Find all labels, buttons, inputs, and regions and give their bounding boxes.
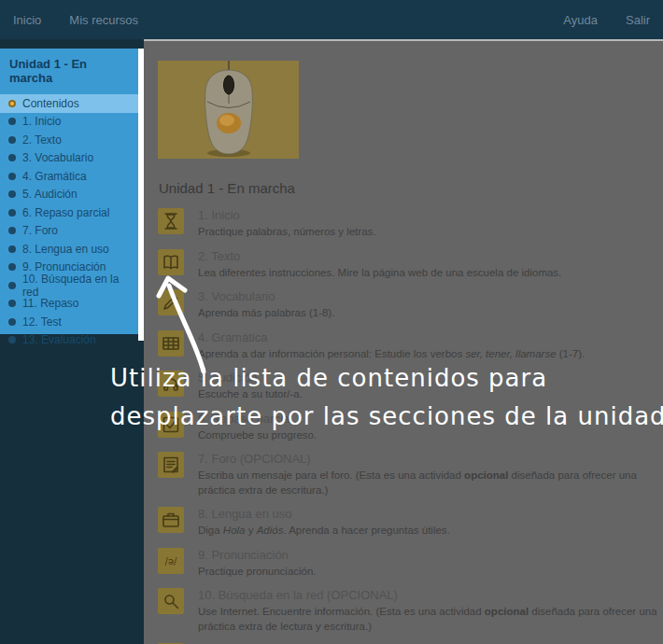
sidebar-item-3-vocabulario[interactable]: 3. Vocabulario (0, 149, 138, 168)
sidebar-item-13-evaluacion[interactable]: 13. Evaluación (0, 331, 138, 350)
bullet-icon (8, 154, 16, 161)
section-desc: Practique pronunciación. (198, 565, 317, 580)
phonetics-icon[interactable]: /ə/ (158, 548, 184, 574)
sidebar-item-2-texto[interactable]: 2. Texto (0, 131, 138, 149)
table-icon[interactable] (158, 330, 184, 357)
section-title[interactable]: 10. Búsqueda en la red (OPCIONAL) (198, 588, 663, 602)
bullet-icon (8, 209, 16, 217)
hourglass-icon[interactable] (158, 208, 184, 234)
section-desc: Lea diferentes instrucciones. Mire la pá… (198, 266, 561, 281)
section-title[interactable]: 7. Foro (OPCIONAL) (198, 452, 663, 466)
section-desc: Diga Hola y Adiós. Aprenda a hacer pregu… (198, 524, 450, 539)
svg-text:/ə/: /ə/ (165, 555, 178, 566)
section-row: 10. Búsqueda en la red (OPCIONAL) Use In… (158, 588, 663, 634)
sidebar-item-8-lengua-en-uso[interactable]: 8. Lengua en uso (0, 240, 138, 259)
nav-item-inicio[interactable]: Inicio (13, 13, 41, 27)
section-row: 8. Lengua en uso Diga Hola y Adiós. Apre… (158, 507, 663, 539)
search-icon[interactable] (158, 588, 184, 614)
section-title[interactable]: 8. Lengua en uso (198, 507, 450, 521)
section-desc: Use Internet. Encuentre información. (Es… (198, 605, 663, 634)
suitcase-icon[interactable] (158, 507, 184, 533)
nav-right-group: Ayuda Salir (535, 13, 650, 27)
nav-item-salir[interactable]: Salir (626, 13, 650, 27)
nav-item-ayuda[interactable]: Ayuda (563, 13, 598, 27)
tutorial-hint-line-1: Utiliza la lista de contenidos para (110, 364, 547, 392)
section-title[interactable]: 1. Inicio (198, 208, 375, 222)
bullet-icon (8, 227, 16, 234)
bullet-icon (8, 136, 16, 144)
bullet-icon (8, 245, 16, 253)
sidebar-item-6-repaso-parcial[interactable]: 6. Repaso parcial (0, 203, 138, 222)
bullet-icon (8, 336, 16, 343)
section-title[interactable]: 3. Vocabulario (198, 289, 334, 303)
highlight-border (138, 49, 144, 341)
tutorial-hint-line-2: desplazarte por las secciones de la unid… (110, 402, 663, 430)
section-desc: Aprenda más palabras (1-8). (198, 306, 334, 321)
bullet-icon (8, 173, 16, 180)
sidebar-item-1-inicio[interactable]: 1. Inicio (0, 113, 138, 132)
section-row: 2. Texto Lea diferentes instrucciones. M… (158, 249, 663, 281)
bullet-icon (8, 190, 16, 198)
section-title[interactable]: 9. Pronunciación (198, 548, 317, 562)
bullet-icon (8, 263, 16, 271)
forum-message-icon[interactable] (158, 452, 184, 478)
mouse-photo (158, 61, 299, 159)
section-row: 7. Foro (OPCIONAL) Escriba un mensaje pa… (158, 452, 663, 497)
section-row: 3. Vocabulario Aprenda más palabras (1-8… (158, 289, 663, 321)
sidebar-item-12-test[interactable]: 12. Test (0, 313, 138, 331)
contents-sidebar: Unidad 1 - En marcha Contenidos 1. Inici… (0, 49, 138, 334)
bullet-icon (8, 118, 16, 125)
section-title[interactable]: 2. Texto (198, 249, 561, 263)
sidebar-item-7-foro[interactable]: 7. Foro (0, 222, 138, 241)
nav-item-mis-recursos[interactable]: Mis recursos (69, 13, 138, 27)
bullet-icon (8, 300, 16, 307)
bullet-icon (8, 318, 16, 326)
sidebar-item-10-busqueda-en-la-red[interactable]: 10. Búsqueda en la red (0, 276, 138, 295)
sidebar-item-5-audicion[interactable]: 5. Audición (0, 186, 138, 204)
active-bullet-icon (8, 100, 16, 107)
bullet-icon (8, 282, 16, 289)
sidebar-title: Unidad 1 - En marcha (0, 49, 138, 94)
main-content: Unidad 1 - En marcha 1. Inicio Practique… (144, 39, 663, 644)
section-desc: Escriba un mensaje para el foro. (Esta e… (198, 469, 663, 497)
section-title[interactable]: 4. Gramática (198, 330, 585, 344)
section-row: /ə/ 9. Pronunciación Practique pronuncia… (158, 548, 663, 580)
section-row: 1. Inicio Practique palabras, números y … (158, 208, 663, 240)
top-nav-bar: Inicio Mis recursos Ayuda Salir (0, 0, 663, 39)
sidebar-item-4-gramatica[interactable]: 4. Gramática (0, 167, 138, 186)
pencil-icon[interactable] (158, 289, 184, 315)
sidebar-item-contenidos[interactable]: Contenidos (0, 94, 138, 113)
nav-left-group: Inicio Mis recursos (13, 13, 166, 27)
open-book-icon[interactable] (158, 249, 184, 275)
section-desc: Practique palabras, números y letras. (198, 225, 375, 240)
page-title: Unidad 1 - En marcha (159, 180, 663, 196)
section-desc: Aprenda a dar información personal: Estu… (198, 347, 585, 362)
section-row: 4. Gramática Aprenda a dar información p… (158, 330, 663, 362)
